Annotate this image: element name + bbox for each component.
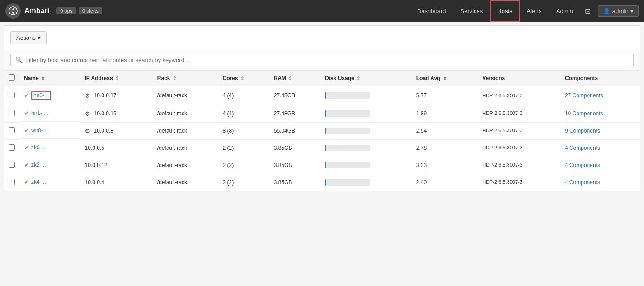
actions-button[interactable]: Actions ▾ [10,31,47,44]
disk-bar-wrap-zk0 [325,145,370,151]
admin-button[interactable]: 👤 admin ▾ [598,5,639,17]
load-sort-icon: ⇕ [443,76,447,81]
header-disk[interactable]: Disk Usage ⇕ [320,71,412,86]
alerts-badge[interactable]: 0 alerts [79,7,102,14]
nav-alerts[interactable]: Alerts [520,0,549,22]
settings-icon-wn0[interactable]: ⚙ [85,128,90,134]
host-link-zk2[interactable]: zk2- ... [31,162,47,168]
navbar-links: Dashboard Services Hosts Alerts Admin ⊞ … [410,0,639,22]
disk-bar-wrap-zk2 [325,162,370,168]
load-avg-zk2: 3.33 [412,157,478,174]
components-wn0[interactable]: 9 Components [560,122,640,139]
ram-sort-icon: ⇕ [288,76,292,81]
version-hn1: HDP-2.6.5.3007-3 [478,105,560,122]
host-link-hn1[interactable]: hn1- ... [31,110,48,116]
version-zk0: HDP-2.6.5.3007-3 [478,139,560,157]
ip-zk2: 10.0.0.12 [85,162,108,168]
rack-hn0: /default-rack [153,86,218,105]
load-avg-zk0: 2.78 [412,139,478,157]
ip-cell-zk0: 10.0.0.5 [85,145,148,151]
components-zk0[interactable]: 4 Components [560,139,640,157]
table-body: ✔ hn0-...⚙10.0.0.17/default-rack4 (4)27.… [4,86,640,191]
settings-icon-hn0[interactable]: ⚙ [85,92,90,99]
header-versions: Versions [478,71,560,86]
ip-cell-hn1: ⚙10.0.0.15 [85,110,148,117]
disk-bar-wrap-zk4 [325,179,370,186]
cores-zk4: 2 (2) [218,174,269,191]
rack-hn1: /default-rack [153,105,218,122]
status-icon-zk2: ✔ [24,161,29,168]
row-checkbox-zk2[interactable] [9,162,15,168]
user-icon: 👤 [603,8,611,14]
host-link-hn0[interactable]: hn0-... [33,92,49,99]
disk-bar-wrap-hn1 [325,110,370,117]
load-avg-wn0: 2.54 [412,122,478,139]
load-avg-hn1: 1.89 [412,105,478,122]
rack-zk4: /default-rack [153,174,218,191]
table-row: ✔ zk4- ...10.0.0.4/default-rack2 (2)3.85… [4,174,640,191]
nav-dashboard[interactable]: Dashboard [410,0,453,22]
rack-wn0: /default-rack [153,122,218,139]
header-ram[interactable]: RAM ⇕ [269,71,320,86]
nav-services[interactable]: Services [453,0,490,22]
components-link-zk0[interactable]: 4 Components [565,145,600,151]
filter-input[interactable] [25,57,629,63]
ip-hn0: 10.0.0.17 [94,92,117,99]
components-link-zk2[interactable]: 4 Components [565,162,600,168]
nav-admin[interactable]: Admin [549,0,580,22]
header-rack[interactable]: Rack ⇕ [153,71,218,86]
host-link-zk4[interactable]: zk4- ... [31,179,47,185]
admin-chevron: ▾ [630,8,634,14]
ip-cell-wn0: ⚙10.0.0.8 [85,128,148,134]
disk-usage-zk0 [320,139,412,157]
nav-hosts[interactable]: Hosts [490,0,519,22]
cores-hn0: 4 (4) [218,86,269,105]
navbar: Ambari 0 ops 0 alerts Dashboard Services… [0,0,644,22]
host-link-zk0[interactable]: zk0- ... [31,144,47,151]
ops-badge[interactable]: 0 ops [56,7,76,14]
ip-cell-zk2: 10.0.0.12 [85,162,148,168]
ram-zk0: 3.85GB [269,139,320,157]
ip-cell-zk4: 10.0.0.4 [85,179,148,186]
header-ip[interactable]: IP Address ⇕ [80,71,153,86]
table-row: ✔ hn0-...⚙10.0.0.17/default-rack4 (4)27.… [4,86,640,105]
ip-zk0: 10.0.0.5 [85,145,104,151]
row-checkbox-zk0[interactable] [9,144,15,151]
cores-zk2: 2 (2) [218,157,269,174]
row-checkbox-hn0[interactable] [9,92,15,98]
components-hn1[interactable]: 19 Components [560,105,640,122]
ip-hn1: 10.0.0.15 [94,110,117,117]
disk-bar-fill-hn0 [325,92,326,99]
actions-caret: ▾ [38,34,41,41]
table-row: ✔ zk0- ...10.0.0.5/default-rack2 (2)3.85… [4,139,640,157]
row-checkbox-zk4[interactable] [9,179,15,185]
components-zk4[interactable]: 4 Components [560,174,640,191]
load-avg-zk4: 2.40 [412,174,478,191]
header-name[interactable]: Name ⇕ [19,71,80,86]
status-icon-hn0: ✔ [24,92,29,99]
components-link-zk4[interactable]: 4 Components [565,179,600,186]
rack-zk2: /default-rack [153,157,218,174]
settings-icon-hn1[interactable]: ⚙ [85,110,90,117]
select-all-checkbox[interactable] [9,74,15,81]
components-link-wn0[interactable]: 9 Components [565,128,600,134]
name-sort-icon: ⇕ [41,76,45,81]
components-hn0[interactable]: 27 Components [560,86,640,105]
host-link-wn0[interactable]: wn0- ... [31,127,49,133]
grid-icon[interactable]: ⊞ [580,7,595,15]
page-content: Actions ▾ 🔍 Name ⇕ IP Address ⇕ [4,25,640,191]
header-cores[interactable]: Cores ⇕ [218,71,269,86]
table-row: ✔ wn0- ...⚙10.0.0.8/default-rack8 (8)55.… [4,122,640,139]
cores-wn0: 8 (8) [218,122,269,139]
ip-sort-icon: ⇕ [115,76,119,81]
ip-zk4: 10.0.0.4 [85,179,104,186]
disk-bar-fill-zk2 [325,162,326,168]
row-checkbox-wn0[interactable] [9,127,15,133]
components-link-hn0[interactable]: 27 Components [565,92,603,99]
hosts-table: Name ⇕ IP Address ⇕ Rack ⇕ Cores ⇕ RAM [4,70,640,191]
brand-title: Ambari [24,7,49,15]
components-zk2[interactable]: 4 Components [560,157,640,174]
components-link-hn1[interactable]: 19 Components [565,110,603,117]
header-load[interactable]: Load Avg ⇕ [412,71,478,86]
row-checkbox-hn1[interactable] [9,110,15,116]
